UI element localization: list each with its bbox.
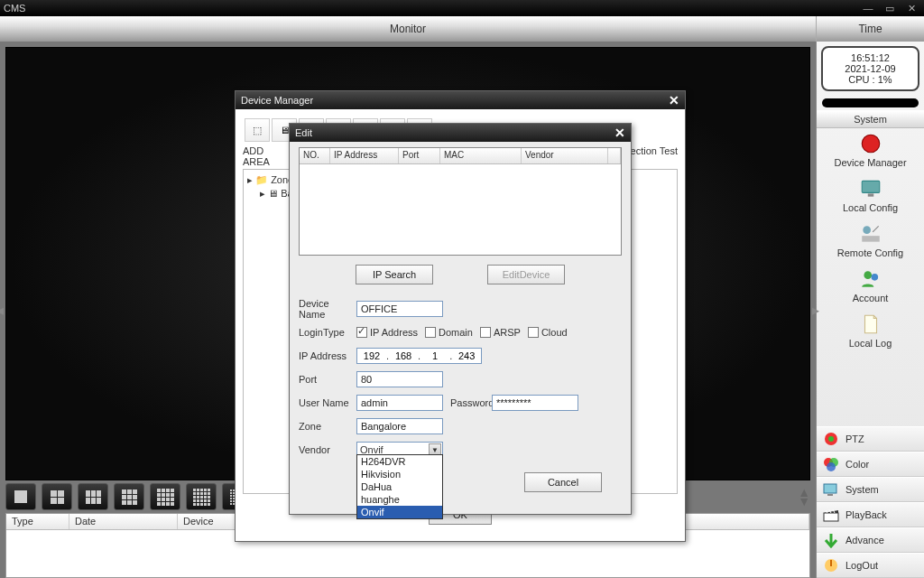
app-titlebar: CMS — ▭ ✕ bbox=[0, 0, 924, 16]
vendor-opt-huanghe[interactable]: huanghe bbox=[357, 493, 442, 506]
col-ip[interactable]: IP Address bbox=[330, 148, 399, 163]
label-ip: IP Address bbox=[299, 350, 356, 361]
row-color[interactable]: Color bbox=[817, 452, 924, 477]
svg-rect-13 bbox=[824, 484, 836, 493]
device-list[interactable]: NO. IP Address Port MAC Vendor bbox=[299, 147, 622, 256]
ip-seg-4[interactable] bbox=[454, 350, 479, 361]
label-port: Port bbox=[299, 374, 356, 385]
layout-25[interactable] bbox=[186, 483, 217, 510]
sidebar-local-log[interactable]: Local Log bbox=[817, 309, 924, 354]
svg-rect-2 bbox=[862, 181, 880, 192]
svg-point-7 bbox=[871, 274, 878, 281]
dm-close-icon[interactable]: ✕ bbox=[669, 93, 679, 107]
tab-time[interactable]: Time bbox=[816, 16, 924, 42]
radio-arsp[interactable] bbox=[480, 327, 491, 338]
svg-rect-3 bbox=[867, 193, 873, 196]
log-col-type[interactable]: Type bbox=[6, 514, 69, 529]
radio-cloud[interactable] bbox=[528, 327, 539, 338]
log-col-date[interactable]: Date bbox=[69, 514, 178, 529]
vendor-opt-dahua[interactable]: DaHua bbox=[357, 480, 442, 493]
cancel-button[interactable]: Cancel bbox=[524, 472, 602, 492]
radio-domain[interactable] bbox=[425, 327, 436, 338]
col-port[interactable]: Port bbox=[399, 148, 440, 163]
users-icon bbox=[859, 267, 882, 291]
dm-label-add-area: ADD AREA bbox=[243, 145, 288, 167]
advance-icon bbox=[822, 532, 840, 548]
row-advance[interactable]: Advance bbox=[817, 527, 924, 553]
row-system[interactable]: System bbox=[817, 477, 924, 502]
sidebar-local-config[interactable]: Local Config bbox=[817, 173, 924, 219]
row-ptz[interactable]: PTZ bbox=[817, 426, 924, 452]
col-no[interactable]: NO. bbox=[300, 148, 330, 163]
svg-rect-15 bbox=[824, 513, 838, 521]
dm-tool-add-area-icon[interactable]: ⬚ bbox=[245, 118, 270, 142]
svg-point-6 bbox=[864, 271, 872, 279]
layout-1[interactable] bbox=[5, 483, 36, 510]
port-input[interactable] bbox=[356, 371, 443, 387]
dm-title: Device Manager bbox=[241, 95, 313, 106]
label-pass: Password bbox=[450, 397, 492, 408]
ip-seg-3[interactable] bbox=[422, 350, 448, 361]
app-title: CMS bbox=[4, 3, 25, 14]
logout-icon bbox=[822, 557, 840, 573]
tab-monitor[interactable]: Monitor bbox=[0, 16, 816, 42]
maximize-icon[interactable]: ▭ bbox=[881, 2, 899, 14]
label-user: User Name bbox=[299, 397, 356, 408]
system-icon bbox=[822, 481, 840, 498]
username-input[interactable] bbox=[356, 395, 443, 411]
ip-input[interactable]: . . . bbox=[356, 348, 482, 364]
label-vendor: Vendor bbox=[299, 444, 356, 455]
svg-point-9 bbox=[828, 436, 834, 442]
layout-scroll[interactable]: ▲▼ bbox=[798, 488, 810, 506]
layout-4[interactable] bbox=[42, 483, 72, 510]
system-header: System bbox=[817, 110, 924, 128]
ip-seg-2[interactable] bbox=[391, 350, 416, 361]
edit-dialog: Edit ✕ NO. IP Address Port MAC Vendor bbox=[289, 123, 632, 515]
svg-rect-14 bbox=[827, 494, 833, 496]
zone-input[interactable] bbox=[356, 418, 443, 434]
layout-9[interactable] bbox=[114, 483, 144, 510]
sidebar-account[interactable]: Account bbox=[817, 264, 924, 309]
minimize-icon[interactable]: — bbox=[859, 2, 877, 14]
network-icon bbox=[859, 222, 882, 246]
col-blank bbox=[608, 148, 621, 163]
layout-6[interactable] bbox=[78, 483, 108, 510]
sidebar-device-manager[interactable]: Device Manager bbox=[817, 128, 924, 173]
vendor-opt-onvif[interactable]: Onvif bbox=[357, 506, 442, 518]
ptz-icon bbox=[822, 431, 840, 447]
panel-collapse-right-icon[interactable]: ▸ bbox=[812, 302, 819, 319]
monitor-icon bbox=[859, 177, 882, 200]
close-icon[interactable]: ✕ bbox=[902, 2, 920, 14]
row-playback[interactable]: PlayBack bbox=[817, 502, 924, 527]
vendor-opt-hikvision[interactable]: Hikvision bbox=[357, 468, 442, 480]
edit-device-button[interactable]: EditDevice bbox=[487, 265, 565, 284]
top-tabstrip: Monitor Time bbox=[0, 16, 924, 42]
layout-16[interactable] bbox=[150, 483, 180, 510]
sidebar-remote-config[interactable]: Remote Config bbox=[817, 219, 924, 264]
ip-search-button[interactable]: IP Search bbox=[356, 265, 433, 284]
clock-time: 16:51:12 bbox=[825, 52, 916, 63]
col-mac[interactable]: MAC bbox=[440, 148, 522, 163]
col-vendor[interactable]: Vendor bbox=[522, 148, 608, 163]
edit-close-icon[interactable]: ✕ bbox=[614, 126, 625, 140]
main-area: ◂ H.2 ▲▼ Type Date Device ▸ Device Manag… bbox=[0, 42, 816, 578]
vendor-dropdown[interactable]: H264DVR Hikvision DaHua huanghe Onvif bbox=[356, 454, 443, 519]
down-icon[interactable]: ▼ bbox=[798, 497, 810, 506]
label-zone: Zone bbox=[299, 421, 356, 432]
svg-rect-17 bbox=[830, 560, 832, 566]
row-logout[interactable]: LogOut bbox=[817, 553, 924, 578]
status-bar bbox=[822, 98, 919, 107]
password-input[interactable] bbox=[492, 395, 578, 411]
clock-date: 2021-12-09 bbox=[825, 63, 916, 74]
label-device-name: Device Name bbox=[299, 298, 356, 320]
vendor-opt-h264[interactable]: H264DVR bbox=[357, 455, 442, 468]
clock-panel: 16:51:12 2021-12-09 CPU : 1% bbox=[821, 46, 919, 91]
radio-ip[interactable] bbox=[356, 327, 367, 338]
clapper-icon bbox=[822, 507, 840, 523]
device-name-input[interactable] bbox=[356, 301, 443, 317]
panel-collapse-left-icon[interactable]: ◂ bbox=[0, 302, 4, 319]
svg-rect-4 bbox=[862, 236, 880, 242]
right-sidebar: 16:51:12 2021-12-09 CPU : 1% System Devi… bbox=[816, 42, 924, 578]
ip-seg-1[interactable] bbox=[359, 350, 384, 361]
svg-point-12 bbox=[827, 462, 836, 471]
